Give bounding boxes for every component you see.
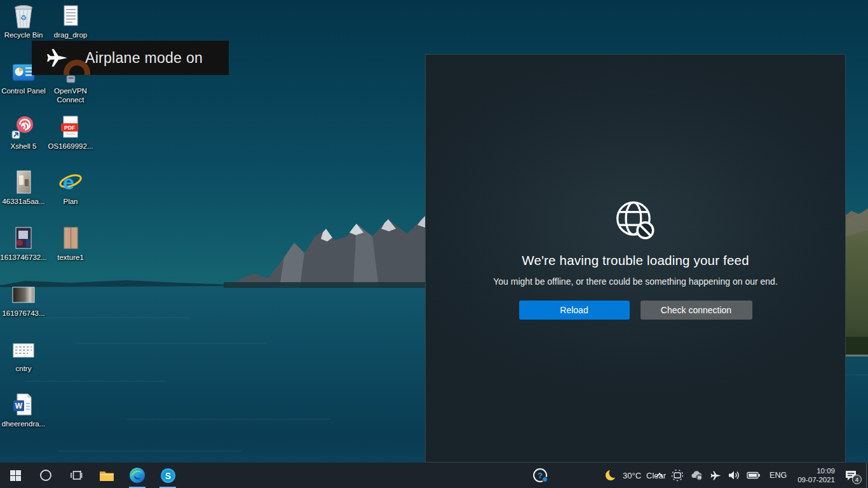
desktop: ♻ Recycle Bin drag_drop [0, 0, 868, 488]
toast-message: Airplane mode on [85, 50, 203, 67]
desktop-icon-label: Recycle Bin [3, 30, 44, 39]
photo-thumbnail-icon [10, 282, 37, 308]
notes-file-icon [10, 337, 37, 363]
globe-offline-icon [613, 198, 658, 243]
svg-text:e: e [63, 171, 74, 194]
desktop-icon-161976743[interactable]: 161976743... [0, 282, 47, 318]
desktop-icon-cntry[interactable]: cntry [0, 337, 47, 373]
desktop-icon-label: Control Panel [0, 86, 47, 95]
text-document-icon [57, 4, 85, 29]
start-button[interactable] [0, 463, 31, 488]
pdf-document-icon: PDF [57, 115, 85, 140]
clock-date: 09-07-2021 [797, 475, 835, 484]
chevron-up-icon [654, 471, 665, 479]
desktop-icon-os-pdf[interactable]: PDF OS1669992... [47, 115, 94, 151]
edge-button[interactable] [122, 463, 153, 488]
desktop-icon-plan[interactable]: e Plan [47, 170, 94, 206]
taskbar: S ? 30°C Clear [0, 463, 868, 488]
internet-explorer-icon: e [57, 170, 85, 196]
desktop-icon-label: 161976743... [1, 309, 46, 318]
volume-tray-button[interactable] [724, 463, 743, 488]
volume-icon [728, 470, 740, 481]
clock[interactable]: 10:09 09-07-2021 [792, 466, 840, 484]
airplane-mode-tray-button[interactable] [707, 463, 724, 488]
desktop-icon-label: OpenVPN Connect [47, 86, 94, 104]
desktop-icon-1613746732[interactable]: 1613746732... [0, 226, 47, 262]
desktop-icon-label: 46331a5aa... [1, 197, 46, 206]
clock-time: 10:09 [797, 466, 835, 475]
svg-text:S: S [165, 470, 170, 480]
feed-error-subtitle: You might be offline, or there could be … [493, 276, 778, 287]
desktop-icon-label: drag_drop [53, 30, 88, 39]
battery-icon [747, 470, 761, 480]
news-feed-panel: We're having trouble loading your feed Y… [425, 54, 846, 463]
feed-actions: Reload Check connection [519, 301, 752, 320]
language-indicator[interactable]: ENG [764, 471, 792, 480]
photo-thumbnail-icon [10, 170, 37, 196]
xshell-icon [10, 115, 37, 140]
desktop-icon-texture1[interactable]: texture1 [47, 226, 94, 262]
desktop-icon-dheerendra[interactable]: W dheerendra... [0, 393, 47, 428]
airplane-mode-toast[interactable]: Airplane mode on [32, 41, 229, 75]
search-ring-icon [39, 469, 52, 482]
desktop-icon-label: Xshell 5 [10, 142, 38, 151]
notification-count-badge: 4 [852, 475, 862, 484]
moon-clear-icon [605, 469, 618, 482]
desktop-icon-46331a5aa[interactable]: 46331a5aa... [0, 170, 47, 206]
task-view-button[interactable] [61, 463, 92, 488]
action-center-button[interactable]: 4 [840, 463, 864, 488]
onedrive-tray-button[interactable] [687, 463, 707, 488]
help-badge-dot [542, 477, 548, 482]
desktop-icon-label: dheerendra... [1, 419, 46, 428]
desktop-icon-xshell[interactable]: Xshell 5 [0, 115, 47, 151]
reload-button[interactable]: Reload [519, 301, 630, 320]
task-view-icon [70, 469, 83, 482]
desktop-icon-label: cntry [15, 364, 33, 373]
skype-button[interactable]: S [153, 463, 183, 488]
svg-text:W: W [15, 402, 23, 410]
desktop-icon-recycle-bin[interactable]: ♻ Recycle Bin [0, 4, 47, 39]
texture-image-icon [57, 226, 85, 252]
onedrive-paused-icon [690, 470, 704, 481]
recycle-bin-icon: ♻ [10, 4, 37, 29]
file-explorer-icon [99, 469, 114, 482]
airplane-mode-icon [710, 470, 721, 481]
cortana-search-button[interactable] [31, 463, 61, 488]
get-help-icon: ? [533, 468, 547, 482]
system-tray: ENG 10:09 09-07-2021 4 [651, 463, 864, 488]
desktop-icon-label: OS1669992... [47, 142, 95, 151]
edge-icon [129, 467, 146, 484]
word-document-icon: W [10, 393, 37, 418]
check-connection-button[interactable]: Check connection [641, 301, 752, 320]
show-hidden-icons-button[interactable] [651, 463, 668, 488]
skype-icon: S [160, 468, 176, 484]
desktop-icon-label: Plan [62, 197, 79, 206]
desktop-icon-label: texture1 [56, 253, 85, 262]
svg-text:PDF: PDF [64, 125, 75, 131]
weather-temp: 30°C [623, 471, 641, 480]
svg-text:♻: ♻ [20, 14, 27, 22]
file-explorer-button[interactable] [92, 463, 122, 488]
desktop-icon-drag-drop[interactable]: drag_drop [47, 4, 94, 39]
desktop-icon-label: 1613746732... [0, 253, 48, 262]
get-help-button[interactable]: ? [527, 463, 553, 488]
windows-logo-icon [10, 470, 21, 481]
feed-error-title: We're having trouble loading your feed [522, 253, 749, 268]
cast-display-icon [671, 469, 684, 482]
photo-thumbnail-icon [10, 226, 37, 252]
cast-display-tray-button[interactable] [668, 463, 687, 488]
battery-tray-button[interactable] [743, 463, 764, 488]
